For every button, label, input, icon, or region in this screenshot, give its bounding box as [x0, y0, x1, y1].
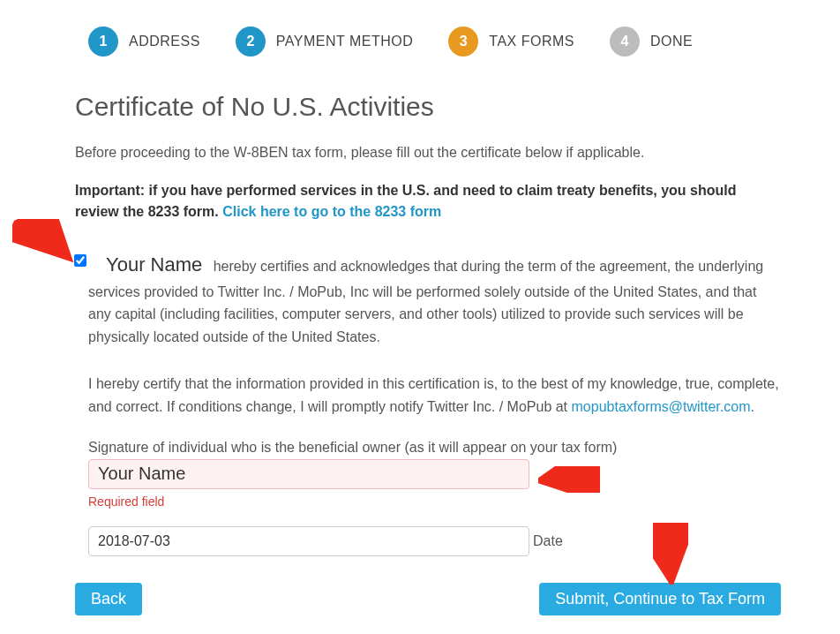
error-required-field: Required field: [88, 494, 781, 509]
signature-label: Signature of individual who is the benef…: [88, 440, 781, 456]
step-label: PAYMENT METHOD: [276, 34, 413, 49]
step-number: 4: [610, 26, 640, 57]
step-tax-forms: 3 TAX FORMS: [448, 26, 574, 57]
step-number: 1: [88, 26, 118, 57]
step-payment-method: 2 PAYMENT METHOD: [236, 26, 413, 57]
arrow-annotation-icon: [12, 219, 74, 263]
link-8233-form[interactable]: Click here to go to the 8233 form: [222, 204, 441, 219]
back-button[interactable]: Back: [75, 583, 142, 615]
important-text: Important: if you have performed service…: [75, 180, 781, 223]
submit-button[interactable]: Submit, Continue to Tax Form: [539, 583, 781, 615]
step-label: TAX FORMS: [489, 34, 574, 49]
step-label: ADDRESS: [129, 34, 200, 49]
certify-checkbox-wrap: [74, 254, 86, 270]
link-email[interactable]: mopubtaxforms@twitter.com: [572, 399, 751, 414]
certification-paragraph-1: Your Name hereby certifies and acknowled…: [88, 249, 781, 348]
button-row: Back Submit, Continue to Tax Form: [75, 583, 781, 615]
step-address: 1 ADDRESS: [88, 26, 200, 57]
signature-input[interactable]: [88, 459, 529, 489]
intro-text: Before proceeding to the W-8BEN tax form…: [75, 143, 781, 162]
date-row: Date: [88, 526, 781, 556]
date-input[interactable]: [88, 526, 529, 556]
certify-checkbox[interactable]: [74, 254, 86, 267]
step-done: 4 DONE: [610, 26, 693, 57]
page-title: Certificate of No U.S. Activities: [75, 92, 781, 122]
date-label: Date: [533, 533, 563, 549]
step-number: 3: [448, 26, 478, 57]
step-label: DONE: [650, 34, 693, 49]
step-number: 2: [236, 26, 266, 57]
cert-text-2b: .: [750, 399, 754, 414]
certification-paragraph-2: I hereby certify that the information pr…: [88, 373, 781, 418]
step-indicator: 1 ADDRESS 2 PAYMENT METHOD 3 TAX FORMS 4…: [88, 26, 781, 57]
name-display: Your Name: [106, 253, 202, 275]
certification-block: Your Name hereby certifies and acknowled…: [75, 249, 781, 555]
